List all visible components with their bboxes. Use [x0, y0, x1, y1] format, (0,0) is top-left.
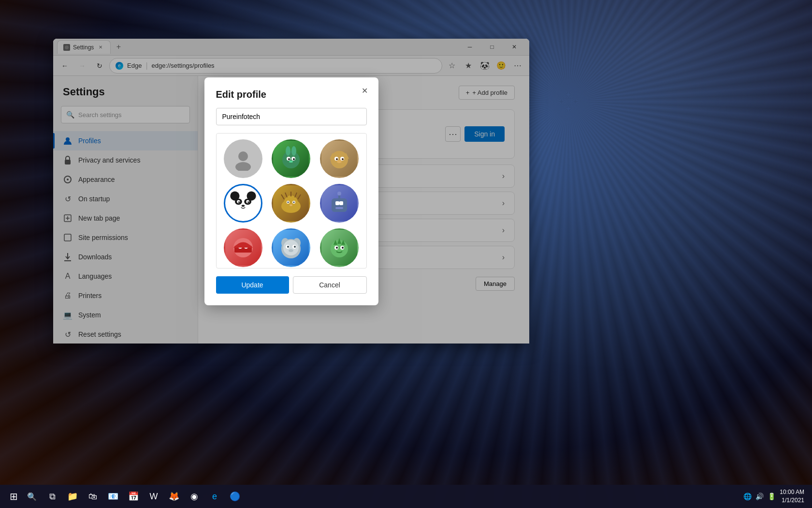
- avatar-option-cat[interactable]: [320, 139, 359, 178]
- svg-point-19: [289, 161, 293, 163]
- svg-point-12: [282, 151, 300, 168]
- svg-rect-52: [339, 201, 343, 205]
- avatar-option-panda[interactable]: [224, 184, 262, 223]
- taskbar-chrome[interactable]: ◉: [185, 487, 204, 506]
- svg-point-78: [342, 247, 344, 249]
- svg-point-65: [283, 240, 299, 255]
- svg-point-69: [294, 246, 296, 248]
- svg-point-11: [235, 162, 251, 171]
- time-display: 10:00 AM: [780, 488, 804, 496]
- svg-point-55: [337, 192, 341, 195]
- modal-close-button[interactable]: ✕: [359, 85, 371, 97]
- svg-point-20: [331, 151, 348, 168]
- avatar-grid-container[interactable]: [216, 133, 367, 269]
- taskbar-outlook[interactable]: 📧: [103, 487, 123, 506]
- svg-point-35: [238, 201, 240, 203]
- taskbar-edge2[interactable]: 🔵: [225, 487, 245, 506]
- modal-overlay: ✕ Edit profile: [53, 39, 529, 344]
- svg-point-36: [247, 201, 249, 203]
- taskbar-calendar[interactable]: 📅: [124, 487, 143, 506]
- svg-point-77: [336, 247, 338, 249]
- svg-rect-51: [335, 201, 339, 205]
- avatar-option-yeti[interactable]: [272, 228, 310, 267]
- svg-point-39: [284, 195, 298, 209]
- svg-point-49: [290, 204, 292, 206]
- modal-buttons: Update Cancel: [216, 276, 367, 294]
- taskbar-volume-icon[interactable]: 🔊: [755, 493, 764, 500]
- taskbar-battery-icon[interactable]: 🔋: [768, 493, 776, 500]
- svg-point-17: [288, 158, 290, 160]
- start-button[interactable]: ⊞: [4, 487, 23, 506]
- avatar-option-ninja[interactable]: [224, 228, 262, 267]
- avatar-option-default[interactable]: [224, 139, 262, 178]
- profile-name-input[interactable]: [216, 108, 367, 125]
- avatar-option-bunny[interactable]: [272, 139, 310, 178]
- svg-point-27: [337, 160, 342, 163]
- modal-title: Edit profile: [216, 89, 367, 100]
- svg-line-41: [285, 193, 287, 197]
- svg-point-10: [238, 151, 248, 161]
- taskbar-search-button[interactable]: 🔍: [23, 488, 41, 505]
- taskbar-icons: ⧉ 📁 🛍 📧 📅 W 🦊 ◉ e 🔵: [43, 487, 245, 506]
- svg-point-26: [342, 158, 344, 160]
- svg-point-68: [287, 246, 289, 248]
- svg-point-14: [291, 146, 296, 156]
- avatar-option-dino[interactable]: [320, 228, 359, 267]
- svg-point-13: [286, 146, 290, 156]
- taskbar-network-icon[interactable]: 🌐: [743, 493, 752, 500]
- taskbar-file-explorer[interactable]: 📁: [63, 487, 82, 506]
- svg-point-70: [289, 249, 293, 252]
- svg-line-44: [298, 194, 301, 199]
- taskbar-word[interactable]: W: [144, 487, 163, 506]
- svg-point-37: [242, 205, 245, 207]
- taskbar-right: 🌐 🔊 🔋 10:00 AM 1/1/2021: [743, 488, 808, 505]
- taskbar-task-view[interactable]: ⧉: [43, 487, 62, 506]
- svg-point-25: [336, 158, 338, 160]
- avatar-option-hedgehog[interactable]: [272, 184, 310, 223]
- avatar-option-robot[interactable]: [320, 184, 359, 223]
- avatar-grid: [222, 139, 361, 269]
- svg-point-18: [293, 158, 295, 160]
- svg-point-48: [293, 201, 295, 203]
- taskbar: ⊞ 🔍 ⧉ 📁 🛍 📧 📅 W 🦊 ◉ e 🔵 🌐 🔊 🔋 10:00 AM 1…: [0, 485, 812, 508]
- browser-window: Settings ✕ + ─ □ ✕ ← → ↻ e Edge | edge:/…: [53, 39, 529, 344]
- update-button[interactable]: Update: [216, 276, 289, 294]
- taskbar-store[interactable]: 🛍: [83, 487, 102, 506]
- taskbar-time[interactable]: 10:00 AM 1/1/2021: [780, 488, 804, 505]
- svg-rect-50: [332, 198, 347, 212]
- edit-profile-modal: ✕ Edit profile: [204, 77, 378, 305]
- svg-point-47: [288, 201, 289, 203]
- svg-line-40: [281, 194, 284, 199]
- cancel-button[interactable]: Cancel: [293, 276, 367, 294]
- svg-line-43: [295, 193, 297, 197]
- date-display: 1/1/2021: [780, 496, 804, 505]
- taskbar-firefox[interactable]: 🦊: [164, 487, 184, 506]
- taskbar-edge[interactable]: e: [205, 487, 224, 506]
- svg-rect-53: [335, 207, 343, 209]
